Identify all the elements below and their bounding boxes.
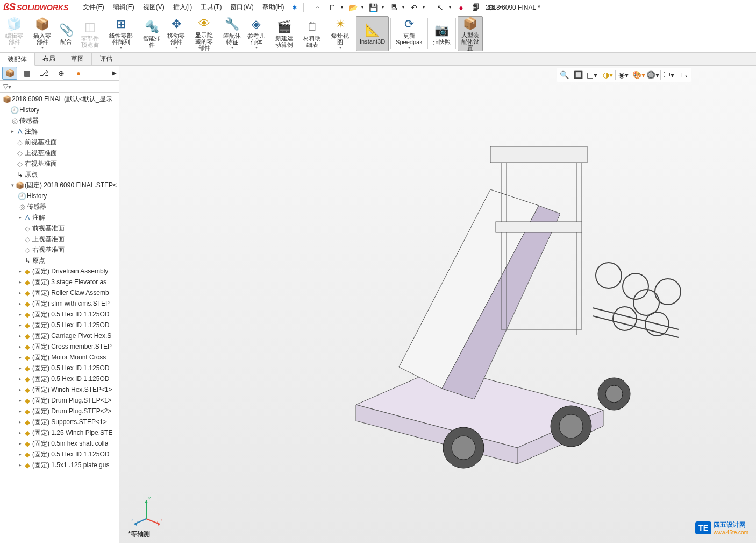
tree-front-plane[interactable]: ◇前视基准面 bbox=[0, 137, 119, 147]
pin-icon[interactable]: ✶ bbox=[291, 3, 298, 12]
part-preview-button[interactable]: ◫零部件 预览窗 bbox=[78, 16, 102, 51]
expand-icon[interactable]: ▸ bbox=[17, 365, 23, 371]
tree-history[interactable]: 🕘History bbox=[0, 191, 119, 201]
feature-tree[interactable]: 📦2018 6090 FINAL (默认<默认_显示 🕘History ◎传感器… bbox=[0, 93, 119, 543]
tab-evaluate[interactable]: 评估 bbox=[92, 53, 120, 65]
tree-history[interactable]: 🕘History bbox=[0, 104, 119, 115]
expand-icon[interactable]: ▸ bbox=[17, 376, 23, 382]
large-assembly-button[interactable]: 📦大型装 配体设 置 bbox=[458, 16, 483, 51]
tree-part[interactable]: ▸◆(固定) 0.5in hex shaft colla bbox=[0, 438, 119, 449]
expand-icon[interactable]: ▸ bbox=[17, 462, 23, 468]
instant3d-button[interactable]: 📐Instant3D bbox=[356, 16, 389, 51]
tree-part[interactable]: ▸◆(固定) 3 stage Elevator as bbox=[0, 277, 119, 287]
options-button[interactable]: 🗐 bbox=[469, 2, 483, 13]
tree-part[interactable]: ▸◆(固定) Carriage Pivot Hex.S bbox=[0, 330, 119, 341]
view-settings-button[interactable]: 🖵▾ bbox=[662, 69, 675, 81]
tree-part[interactable]: ▸◆(固定) 0.5 Hex ID 1.125OD bbox=[0, 309, 119, 320]
tree-part[interactable]: ▸◆(固定) Drivetrain Assembly bbox=[0, 266, 119, 277]
expand-icon[interactable]: ▸ bbox=[17, 430, 23, 435]
move-part-button[interactable]: ✥移动零 部件▾ bbox=[164, 16, 188, 51]
linear-pattern-button[interactable]: ⊞线性零部 件阵列▾ bbox=[106, 16, 136, 51]
menu-window[interactable]: 窗口(W) bbox=[226, 3, 258, 12]
tree-tab-appearance[interactable]: ● bbox=[71, 67, 86, 80]
tree-origin[interactable]: ↳原点 bbox=[0, 169, 119, 180]
tree-annotations[interactable]: ▸A注解 bbox=[0, 126, 119, 137]
menu-edit[interactable]: 编辑(E) bbox=[109, 3, 139, 12]
tree-part[interactable]: ▸◆(固定) Cross member.STEP bbox=[0, 341, 119, 352]
update-speedpak-button[interactable]: ⟳更新 Speedpak▾ bbox=[393, 16, 426, 51]
tree-part[interactable]: ▸◆(固定) Drum Plug.STEP<1> bbox=[0, 395, 119, 406]
expand-icon[interactable]: ▸ bbox=[17, 408, 23, 414]
expand-icon[interactable]: ▸ bbox=[17, 387, 23, 392]
expand-icon[interactable]: ▸ bbox=[17, 290, 23, 295]
expand-icon[interactable]: ▸ bbox=[17, 269, 23, 274]
new-dropdown[interactable]: ▾ bbox=[339, 2, 345, 13]
tree-part[interactable]: ▸◆(固定) 1.5x1 .125 plate gus bbox=[0, 460, 119, 470]
expand-icon[interactable]: ▸ bbox=[17, 301, 23, 306]
bom-button[interactable]: 🗒材料明 细表 bbox=[300, 16, 324, 51]
select-button[interactable]: ↖ bbox=[433, 2, 447, 13]
print-dropdown[interactable]: ▾ bbox=[401, 2, 406, 13]
tree-part[interactable]: ▸◆(固定) Supports.STEP<1> bbox=[0, 417, 119, 427]
tree-tab-feature[interactable]: 📦 bbox=[2, 67, 17, 80]
tree-part[interactable]: ▸◆(固定) 0.5 Hex ID 1.125OD bbox=[0, 449, 119, 460]
zoom-area-button[interactable]: 🔲 bbox=[572, 69, 584, 81]
tree-tab-property[interactable]: ▤ bbox=[19, 67, 34, 80]
expand-icon[interactable]: ▸ bbox=[10, 129, 15, 134]
expand-icon[interactable]: ▸ bbox=[17, 279, 23, 285]
collapse-icon[interactable]: ▾ bbox=[10, 182, 15, 188]
insert-part-button[interactable]: 📦插入零 部件▾ bbox=[30, 16, 54, 51]
tab-assembly[interactable]: 装配体 bbox=[0, 53, 35, 66]
edit-part-button[interactable]: 🧊编辑零 部件▾ bbox=[2, 16, 26, 51]
tree-part[interactable]: ▸◆(固定) Winch Hex.STEP<1> bbox=[0, 384, 119, 395]
tree-tab-config[interactable]: ⎇ bbox=[37, 67, 52, 80]
zoom-fit-button[interactable]: 🔍 bbox=[558, 69, 570, 81]
triad[interactable]: X Y Z bbox=[130, 495, 162, 527]
tree-part[interactable]: ▸◆(固定) 0.5 Hex ID 1.125OD bbox=[0, 320, 119, 330]
tree-subassembly[interactable]: ▾📦(固定) 2018 6090 FINAL.STEP< bbox=[0, 180, 119, 191]
expand-icon[interactable]: ▸ bbox=[17, 441, 23, 446]
section-button[interactable]: ◑▾ bbox=[601, 69, 614, 81]
flyout-arrow-icon[interactable]: ▶ bbox=[112, 70, 117, 76]
tree-origin[interactable]: ↳原点 bbox=[0, 255, 119, 266]
open-dropdown[interactable]: ▾ bbox=[360, 2, 365, 13]
select-dropdown[interactable]: ▾ bbox=[447, 2, 453, 13]
display-style-button[interactable]: ◉▾ bbox=[617, 69, 630, 81]
tree-part[interactable]: ▸◆(固定) 1.25 Winch Pipe.STE bbox=[0, 427, 119, 438]
motion-study-button[interactable]: 🎬新建运 动算例 bbox=[272, 16, 296, 51]
tab-sketch[interactable]: 草图 bbox=[63, 53, 92, 65]
tree-right-plane[interactable]: ◇右视基准面 bbox=[0, 244, 119, 255]
tree-sensors[interactable]: ◎传感器 bbox=[0, 201, 119, 212]
tree-top-plane[interactable]: ◇上视基准面 bbox=[0, 147, 119, 158]
hide-show-button[interactable]: ⟂▾ bbox=[677, 69, 690, 81]
new-button[interactable]: 🗋 bbox=[325, 2, 339, 13]
home-button[interactable]: ⌂ bbox=[310, 2, 324, 13]
scene-button[interactable]: 🎨▾ bbox=[632, 69, 645, 81]
menu-help[interactable]: 帮助(H) bbox=[258, 3, 289, 12]
tree-part[interactable]: ▸◆(固定) 0.5 Hex ID 1.125OD bbox=[0, 373, 119, 384]
menu-file[interactable]: 文件(F) bbox=[79, 3, 108, 12]
filter-icon[interactable]: ▽▾ bbox=[3, 83, 11, 90]
expand-icon[interactable]: ▸ bbox=[17, 215, 23, 220]
rebuild-button[interactable]: ● bbox=[454, 2, 468, 13]
tree-part[interactable]: ▸◆(固定) Roller Claw Assemb bbox=[0, 287, 119, 298]
expand-icon[interactable]: ▸ bbox=[17, 344, 23, 349]
expand-icon[interactable]: ▸ bbox=[17, 452, 23, 457]
undo-dropdown[interactable]: ▾ bbox=[421, 2, 426, 13]
expand-icon[interactable]: ▸ bbox=[17, 355, 23, 360]
expand-icon[interactable]: ▸ bbox=[17, 398, 23, 403]
exploded-view-button[interactable]: ✴爆炸视 图▾ bbox=[328, 16, 352, 51]
tree-annotations[interactable]: ▸A注解 bbox=[0, 212, 119, 223]
tab-layout[interactable]: 布局 bbox=[35, 53, 63, 65]
tree-part[interactable]: ▸◆(固定) 0.5 Hex ID 1.125OD bbox=[0, 363, 119, 373]
tree-front-plane[interactable]: ◇前视基准面 bbox=[0, 223, 119, 234]
tree-top-plane[interactable]: ◇上视基准面 bbox=[0, 234, 119, 244]
prev-view-button[interactable]: ◫▾ bbox=[586, 69, 598, 81]
tree-root[interactable]: 📦2018 6090 FINAL (默认<默认_显示 bbox=[0, 94, 119, 104]
save-dropdown[interactable]: ▾ bbox=[380, 2, 386, 13]
tree-part[interactable]: ▸◆(固定) Motor Mount Cross bbox=[0, 352, 119, 363]
open-button[interactable]: 📂 bbox=[346, 2, 360, 13]
ref-geometry-button[interactable]: ◈参考几 何体▾ bbox=[244, 16, 268, 51]
expand-icon[interactable]: ▸ bbox=[17, 322, 23, 328]
tree-sensors[interactable]: ◎传感器 bbox=[0, 115, 119, 126]
